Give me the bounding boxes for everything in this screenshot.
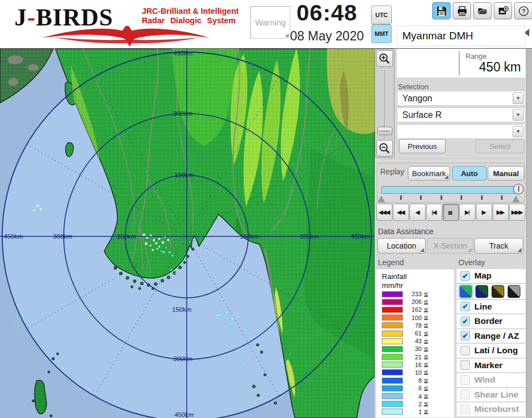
- legend-row: 1≦: [382, 408, 454, 416]
- legend-color-swatch: [382, 385, 403, 391]
- station-name: Myanmar DMH: [402, 30, 473, 42]
- zoom-slider-handle[interactable]: [377, 127, 392, 135]
- legend-value: 10: [403, 369, 422, 376]
- previous-button[interactable]: Previous: [399, 139, 446, 153]
- legend-value: 2: [403, 401, 422, 407]
- station-name-field[interactable]: Myanmar DMH: [397, 25, 525, 47]
- legend-color-swatch: [382, 401, 403, 407]
- map-style-day[interactable]: [459, 285, 472, 298]
- chevron-down-icon[interactable]: ▼: [513, 109, 524, 121]
- rainfall-legend: Rainfall mm/hr 233≦206≦162≦100≦78≦61≦43≦…: [376, 269, 454, 418]
- map-style-olive[interactable]: [492, 285, 504, 298]
- select-button[interactable]: Select: [475, 139, 524, 153]
- overlay-item-label: Range / AZ: [474, 331, 519, 341]
- play-forward-button[interactable]: ▶: [476, 204, 492, 221]
- save-button[interactable]: [432, 2, 451, 19]
- auto-mode-button[interactable]: Auto: [452, 166, 487, 180]
- menu-grip-icon: [420, 248, 424, 252]
- app-logo: J-BIRDS JRC-Brilliant & Intelligent Rada…: [8, 2, 241, 47]
- open-folder-icon: [477, 6, 488, 17]
- site-dropdown[interactable]: Yangon ▼: [397, 91, 525, 106]
- x-section-button[interactable]: X-Section: [427, 238, 473, 254]
- radar-map[interactable]: 450km 300km 150km 150km 300km 450km 450k…: [0, 49, 375, 418]
- fast-rewind-3-button[interactable]: ◀◀◀: [376, 204, 392, 221]
- checkbox: [461, 375, 470, 385]
- location-button[interactable]: Location: [377, 238, 426, 254]
- help-icon: ?: [518, 6, 529, 17]
- legend-row: 21≦: [382, 353, 454, 361]
- checkbox[interactable]: ✔: [461, 271, 470, 281]
- jbirds-app: 450km 300km 150km 150km 300km 450km 450k…: [0, 0, 532, 418]
- play-backward-icon: ◀: [415, 209, 418, 216]
- product-dropdown[interactable]: Surface R ▼: [397, 107, 525, 122]
- help-button[interactable]: ?: [514, 2, 532, 19]
- checkbox[interactable]: [461, 360, 470, 370]
- checkbox[interactable]: ✔: [461, 331, 470, 340]
- bookmark-button[interactable]: Bookmark: [408, 166, 450, 180]
- option-dropdown[interactable]: ▼: [397, 124, 525, 139]
- legend-value: 8: [403, 377, 422, 384]
- legend-row: 206≦: [382, 298, 454, 306]
- checkbox: [461, 405, 470, 414]
- step-first-button[interactable]: |◀: [426, 204, 442, 221]
- svg-text:300km: 300km: [300, 233, 319, 240]
- overlay-section-label: Overlay: [458, 258, 485, 267]
- map-style-night[interactable]: [475, 285, 488, 298]
- legend-row: 8≦: [382, 376, 454, 384]
- map-style-mono[interactable]: [508, 285, 520, 298]
- svg-text:450km: 450km: [173, 50, 193, 56]
- replay-slider-handle[interactable]: [513, 184, 524, 194]
- legend-row: 162≦: [382, 306, 454, 313]
- step-last-button[interactable]: ▶|: [459, 204, 475, 221]
- eagle-logo-icon: [12, 24, 239, 50]
- overlay-item-lati-long[interactable]: Lati / Long: [457, 344, 525, 358]
- play-backward-button[interactable]: ◀: [410, 204, 426, 221]
- zoom-out-button[interactable]: [376, 140, 393, 157]
- clock-time: 06:48: [284, 0, 370, 29]
- legend-row: 6≦: [382, 384, 454, 392]
- timezone-utc-button[interactable]: UTC: [371, 6, 392, 24]
- legend-row: 30≦: [382, 345, 454, 353]
- legend-color-swatch: [382, 314, 403, 321]
- export-image-button[interactable]: [494, 2, 512, 19]
- overlay-item-map[interactable]: ✔Map: [457, 269, 525, 283]
- open-folder-button[interactable]: [473, 2, 492, 19]
- chevron-down-icon[interactable]: ▼: [513, 92, 524, 104]
- slider-tick: [501, 195, 503, 200]
- replay-timeline-slider[interactable]: [381, 186, 519, 194]
- slider-start-marker[interactable]: [377, 195, 385, 203]
- chevron-down-icon[interactable]: ▼: [513, 126, 524, 137]
- checkbox[interactable]: ✔: [461, 317, 470, 326]
- toolbar: ?: [432, 2, 532, 19]
- overlay-item-microburst: Microburst: [457, 402, 525, 416]
- print-button[interactable]: [453, 2, 471, 19]
- fast-forward-2-button[interactable]: ▶▶: [493, 204, 509, 221]
- overlay-item-border[interactable]: ✔Border: [457, 314, 525, 328]
- timezone-mmt-button[interactable]: MMT: [371, 24, 392, 43]
- overlay-item-range-az[interactable]: ✔Range / AZ: [457, 329, 525, 343]
- fast-rewind-2-button[interactable]: ◀◀: [393, 204, 409, 221]
- overlay-item-line[interactable]: ✔Line: [457, 300, 525, 314]
- slider-end-marker[interactable]: [512, 195, 520, 203]
- play-forward-icon: ▶: [482, 209, 485, 216]
- overlay-item-shear-line: Shear Line: [457, 388, 525, 402]
- logo-tagline: JRC-Brilliant & Intelligent Radar Dialog…: [142, 7, 239, 25]
- less-equal-icon: ≦: [423, 400, 428, 407]
- fast-forward-3-button[interactable]: ▶▶▶: [509, 204, 525, 221]
- stop-button[interactable]: ■: [443, 204, 459, 221]
- legend-color-swatch: [382, 299, 403, 305]
- manual-mode-button[interactable]: Manual: [488, 166, 524, 180]
- legend-color-swatch: [382, 369, 403, 375]
- less-equal-icon: ≦: [423, 353, 428, 360]
- legend-row: 43≦: [382, 337, 454, 345]
- checkbox[interactable]: ✔: [461, 302, 470, 311]
- track-button[interactable]: Track: [474, 238, 523, 254]
- checkbox[interactable]: [461, 346, 470, 355]
- selection-label: Selection: [398, 82, 429, 91]
- overlay-item-marker[interactable]: Marker: [457, 359, 525, 373]
- range-value: 450 km: [479, 60, 521, 75]
- zoom-in-button[interactable]: [376, 50, 393, 67]
- divider: [459, 51, 459, 75]
- less-equal-icon: ≦: [423, 314, 428, 321]
- range-label: Range: [466, 52, 487, 60]
